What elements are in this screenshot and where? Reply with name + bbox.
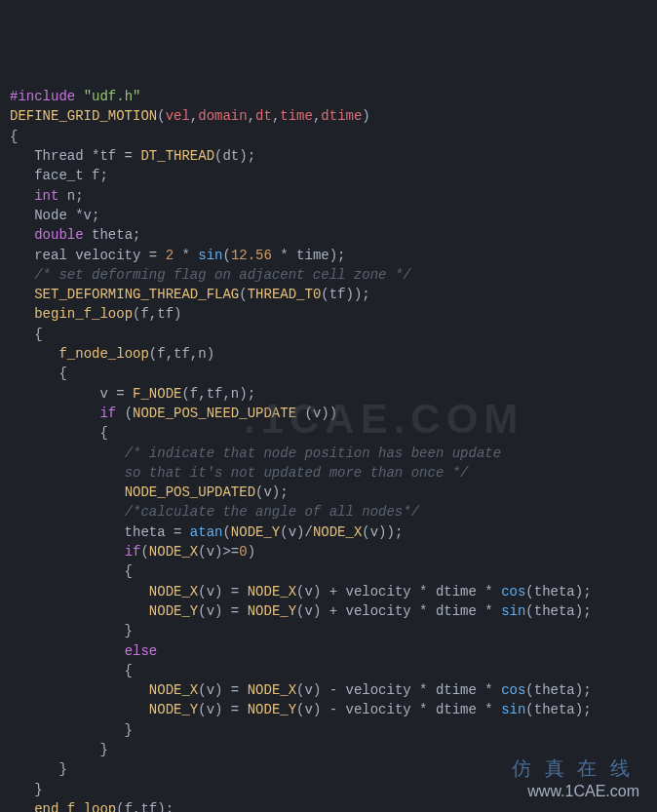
token-punc — [10, 465, 125, 481]
token-kw: if — [99, 406, 116, 421]
token-punc: ) — [248, 544, 255, 560]
code-line: so that it's not updated more than once … — [10, 463, 647, 483]
token-fn: SET_DEFORMING_THREAD_FLAG — [34, 287, 239, 302]
token-punc — [10, 227, 34, 243]
code-line: { — [10, 325, 647, 344]
token-fn: NODE_POS_NEED_UPDATE — [133, 406, 296, 421]
code-line: { — [10, 661, 647, 680]
token-punc: (theta); — [525, 682, 591, 698]
token-fn: NODE_Y — [231, 524, 280, 540]
token-param: dt — [255, 108, 272, 124]
token-fn2: sin — [501, 702, 525, 717]
token-fn: NODE_X — [248, 584, 296, 599]
code-line: } — [10, 780, 647, 799]
token-param: time — [280, 108, 313, 124]
code-line: } — [10, 759, 647, 779]
token-kw: else — [125, 643, 158, 659]
code-block: #include "udf.h"DEFINE_GRID_MOTION(vel,d… — [10, 87, 647, 812]
token-punc: } — [10, 761, 67, 777]
token-fn: NODE_POS_UPDATED — [125, 484, 255, 500]
token-punc: face_t f; — [10, 168, 108, 183]
token-punc — [10, 603, 149, 619]
token-punc: theta = — [10, 524, 190, 540]
token-punc: ( — [140, 544, 148, 560]
code-line: { — [10, 561, 647, 581]
code-line: f_node_loop(f,tf,n) — [10, 344, 647, 364]
token-punc: (theta); — [525, 584, 591, 599]
token-fn: NODE_Y — [248, 702, 296, 717]
code-line: if (NODE_POS_NEED_UPDATE (v)) — [10, 404, 647, 423]
token-punc: (dt); — [214, 148, 255, 164]
code-line: double theta; — [10, 225, 647, 245]
token-punc: (v) + velocity * dtime * — [296, 584, 501, 599]
token-punc: n; — [58, 188, 83, 204]
token-punc — [10, 267, 34, 283]
token-fn: NODE_X — [149, 584, 198, 599]
token-punc: (v)) — [296, 406, 337, 421]
token-punc: (v) - velocity * dtime * — [296, 702, 501, 717]
token-punc: (v)>= — [198, 544, 239, 560]
token-punc: (f,tf) — [133, 306, 181, 322]
token-punc — [10, 643, 125, 659]
token-punc: (v) = — [198, 702, 247, 717]
token-punc: * — [174, 248, 198, 263]
code-line: int n; — [10, 186, 647, 206]
token-punc: ( — [157, 108, 165, 124]
token-punc — [10, 306, 34, 322]
token-punc: (v) = — [198, 603, 247, 619]
code-line: NODE_X(v) = NODE_X(v) + velocity * dtime… — [10, 582, 647, 601]
token-punc: ) — [362, 108, 369, 124]
token-punc: real velocity = — [10, 248, 166, 263]
token-punc: (tf)); — [321, 287, 369, 302]
token-fn: NODE_X — [313, 524, 362, 540]
token-punc: ( — [116, 406, 133, 421]
code-line: } — [10, 720, 647, 740]
code-line: } — [10, 740, 647, 759]
token-punc: Node *v; — [10, 208, 99, 223]
token-fn: DEFINE_GRID_MOTION — [10, 108, 157, 124]
token-punc: * time); — [272, 248, 346, 263]
token-punc: { — [10, 663, 133, 678]
token-punc — [10, 287, 34, 302]
code-line: theta = atan(NODE_Y(v)/NODE_X(v)); — [10, 522, 647, 542]
token-punc — [10, 584, 149, 599]
token-fn: NODE_Y — [149, 702, 198, 717]
code-line: begin_f_loop(f,tf) — [10, 304, 647, 324]
token-punc: (theta); — [525, 702, 591, 717]
token-str: "udf.h" — [84, 89, 141, 104]
token-punc — [10, 682, 149, 698]
token-punc: ( — [222, 248, 230, 263]
token-num: 2 — [166, 248, 174, 263]
token-fn2: sin — [501, 603, 525, 619]
code-line: /*calculate the angle of all nodes*/ — [10, 502, 647, 522]
token-punc: { — [10, 425, 108, 441]
token-fn2: cos — [501, 584, 525, 599]
token-punc: (f,tf,n) — [149, 346, 214, 362]
token-punc: , — [190, 108, 198, 124]
token-fn: begin_f_loop — [34, 306, 133, 322]
code-line: { — [10, 423, 647, 443]
token-punc: v = — [10, 386, 133, 402]
token-punc: { — [10, 366, 67, 381]
token-punc — [10, 188, 34, 204]
token-fn2: atan — [190, 524, 223, 540]
token-punc — [10, 346, 58, 362]
token-punc — [10, 406, 99, 421]
code-line: DEFINE_GRID_MOTION(vel,domain,dt,time,dt… — [10, 106, 647, 126]
token-kw: #include — [10, 89, 75, 104]
token-punc: (v)/ — [280, 524, 313, 540]
token-punc: (theta); — [525, 603, 591, 619]
token-punc — [10, 445, 125, 461]
token-fn: NODE_Y — [149, 603, 198, 619]
token-punc: (f,tf,n); — [181, 386, 255, 402]
token-punc — [75, 89, 83, 104]
token-punc: { — [10, 129, 18, 144]
token-param: dtime — [321, 108, 362, 124]
token-param: vel — [166, 108, 190, 124]
token-punc: ( — [222, 524, 230, 540]
code-line: Thread *tf = DT_THREAD(dt); — [10, 146, 647, 166]
code-line: end_f_loop(f,tf); — [10, 799, 647, 812]
token-comment: /* set deforming flag on adjacent cell z… — [34, 267, 410, 283]
code-line: NODE_Y(v) = NODE_Y(v) + velocity * dtime… — [10, 601, 647, 621]
token-punc: } — [10, 782, 43, 797]
